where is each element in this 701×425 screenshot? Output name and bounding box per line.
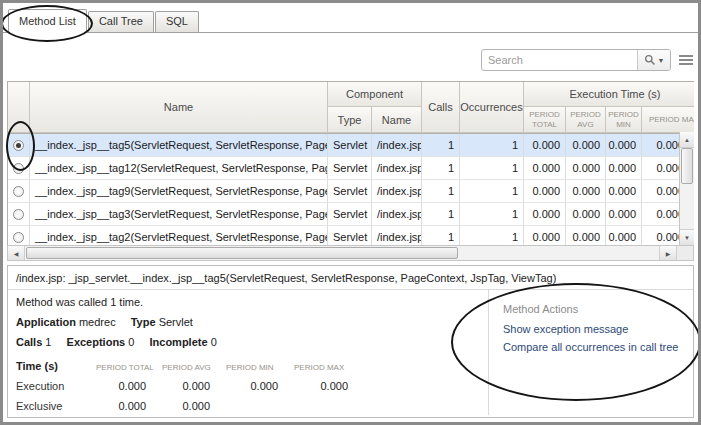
tab-call-tree[interactable]: Call Tree	[88, 11, 154, 32]
row-selector-cell	[8, 226, 30, 245]
arrow-up-icon: ▲	[684, 137, 690, 143]
occurrences-cell: 1	[460, 203, 524, 225]
table-header: Name Component Calls Occurrences Executi…	[7, 81, 694, 134]
type-value: Servlet	[159, 316, 193, 328]
time-label: Time (s)	[16, 360, 96, 372]
table-row[interactable]: __index._jsp__tag12(ServletRequest, Serv…	[8, 157, 694, 180]
vertical-scrollbar[interactable]: ▲ ▼	[679, 132, 694, 245]
calls-value: 1	[45, 336, 51, 348]
period-avg-cell: 0.000	[566, 157, 606, 179]
row-radio-button[interactable]	[13, 186, 24, 197]
header-name[interactable]: Name	[30, 82, 328, 133]
horizontal-scrollbar[interactable]: ◀ ▶	[7, 245, 694, 261]
component-type-cell: Servlet	[328, 134, 372, 156]
scroll-up-button[interactable]: ▲	[680, 132, 694, 148]
scroll-left-button[interactable]: ◀	[8, 246, 25, 260]
header-component-type[interactable]: Type	[328, 107, 372, 133]
table-row[interactable]: __index._jsp__tag3(ServletRequest, Servl…	[8, 203, 694, 226]
component-name-cell: /index.jsp	[372, 157, 422, 179]
row-selector-cell	[8, 134, 30, 156]
method-summary: Method was called 1 time.	[16, 296, 480, 308]
header-selector-column	[8, 82, 30, 133]
time-value: 0.000	[162, 400, 226, 412]
row-radio-button[interactable]	[13, 232, 24, 243]
period-avg-cell: 0.000	[566, 134, 606, 156]
period-min-cell: 0.000	[606, 226, 642, 245]
time-header-period-avg: PERIOD AVG	[162, 363, 226, 372]
header-period-min[interactable]: PERIOD MIN	[606, 107, 642, 133]
header-period-avg[interactable]: PERIOD AVG	[566, 107, 606, 133]
method-actions-panel: Method Actions Show exception message Co…	[488, 290, 693, 415]
table-row[interactable]: __index._jsp__tag9(ServletRequest, Servl…	[8, 180, 694, 203]
time-value: 0.000	[96, 380, 162, 392]
period-avg-cell: 0.000	[566, 226, 606, 245]
horizontal-scroll-thumb[interactable]	[26, 247, 458, 259]
time-value: 0.000	[294, 380, 364, 392]
tab-sql[interactable]: SQL	[155, 11, 199, 32]
component-type-cell: Servlet	[328, 203, 372, 225]
method-name-cell: __index._jsp__tag9(ServletRequest, Servl…	[30, 180, 328, 202]
component-name-cell: /index.jsp	[372, 180, 422, 202]
profiler-window: Method List Call Tree SQL ▼ Name Compone…	[0, 0, 701, 425]
time-header-period-total: PERIOD TOTAL	[96, 363, 162, 372]
tab-method-list[interactable]: Method List	[8, 9, 87, 33]
header-calls[interactable]: Calls	[422, 82, 460, 133]
component-name-cell: /index.jsp	[372, 134, 422, 156]
tab-bar: Method List Call Tree SQL	[8, 9, 200, 33]
arrow-left-icon: ◀	[14, 250, 19, 257]
exceptions-label: Exceptions	[67, 336, 126, 348]
view-menu-button[interactable]	[679, 54, 693, 66]
header-occurrences[interactable]: Occurrences	[460, 82, 524, 133]
search-button[interactable]: ▼	[637, 50, 670, 70]
occurrences-cell: 1	[460, 180, 524, 202]
row-radio-button[interactable]	[13, 140, 24, 151]
time-row-label: Execution	[16, 380, 96, 392]
compare-occurrences-link[interactable]: Compare all occurrences in call tree	[503, 341, 685, 353]
table-row[interactable]: __index._jsp__tag2(ServletRequest, Servl…	[8, 226, 694, 245]
calls-cell: 1	[422, 157, 460, 179]
header-execution-time-group: Execution Time (s)	[524, 82, 694, 107]
arrow-right-icon: ▶	[666, 250, 671, 257]
time-value: 0.000	[162, 380, 226, 392]
application-value: medrec	[79, 316, 116, 328]
method-table: Name Component Calls Occurrences Executi…	[7, 81, 694, 245]
component-name-cell: /index.jsp	[372, 203, 422, 225]
application-label: Application	[16, 316, 76, 328]
time-header-period-min: PERIOD MIN	[226, 363, 294, 372]
row-radio-button[interactable]	[13, 209, 24, 220]
header-component-group: Component	[328, 82, 422, 107]
search-box: ▼	[481, 49, 671, 71]
list-menu-icon	[679, 54, 693, 66]
vertical-scroll-thumb[interactable]	[681, 148, 693, 184]
period-min-cell: 0.000	[606, 157, 642, 179]
component-name-cell: /index.jsp	[372, 226, 422, 245]
occurrences-cell: 1	[460, 134, 524, 156]
scroll-down-button[interactable]: ▼	[680, 229, 694, 245]
search-input[interactable]	[482, 50, 637, 70]
period-total-cell: 0.000	[524, 180, 566, 202]
method-name-cell: __index._jsp__tag3(ServletRequest, Servl…	[30, 203, 328, 225]
period-avg-cell: 0.000	[566, 180, 606, 202]
method-detail-info: Method was called 1 time. Application me…	[8, 290, 488, 415]
row-selector-cell	[8, 157, 30, 179]
scroll-right-button[interactable]: ▶	[659, 246, 676, 260]
arrow-down-icon: ▼	[684, 235, 690, 241]
row-radio-button[interactable]	[13, 163, 24, 174]
period-min-cell: 0.000	[606, 203, 642, 225]
component-type-cell: Servlet	[328, 180, 372, 202]
application-type-line: Application medrec Type Servlet	[16, 316, 480, 328]
period-total-cell: 0.000	[524, 226, 566, 245]
header-component-name[interactable]: Name	[372, 107, 422, 133]
method-actions-title: Method Actions	[503, 303, 685, 315]
period-min-cell: 0.000	[606, 134, 642, 156]
incomplete-value: 0	[211, 336, 217, 348]
time-table: Time (s) PERIOD TOTAL PERIOD AVG PERIOD …	[16, 360, 480, 412]
time-value: 0.000	[226, 380, 294, 392]
table-row[interactable]: __index._jsp__tag5(ServletRequest, Servl…	[8, 134, 694, 157]
header-period-total[interactable]: PERIOD TOTAL	[524, 107, 566, 133]
method-detail-panel: /index.jsp: _jsp_servlet.__index._jsp__t…	[7, 265, 694, 418]
time-value: 0.000	[96, 400, 162, 412]
table-body: __index._jsp__tag5(ServletRequest, Servl…	[7, 134, 694, 245]
show-exception-message-link[interactable]: Show exception message	[503, 323, 685, 335]
header-period-max[interactable]: PERIOD MAX	[642, 107, 694, 133]
